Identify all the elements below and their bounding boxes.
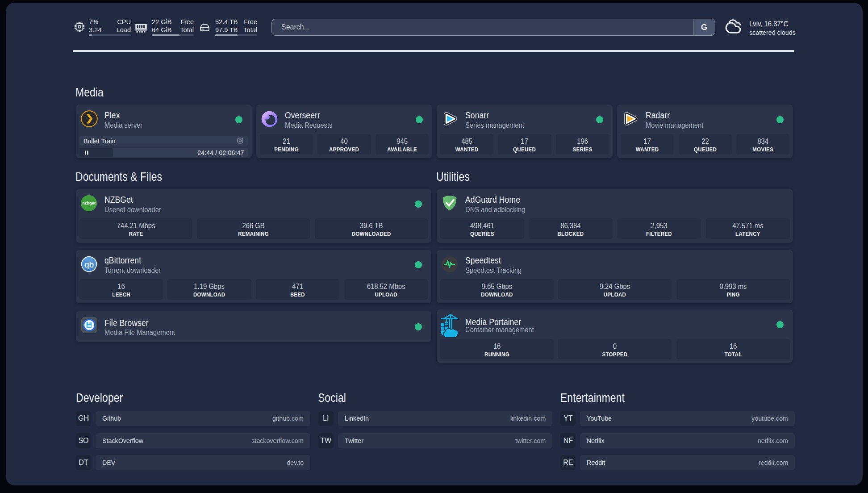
- svg-text:qb: qb: [84, 260, 94, 269]
- svg-text:nzbget: nzbget: [82, 201, 96, 205]
